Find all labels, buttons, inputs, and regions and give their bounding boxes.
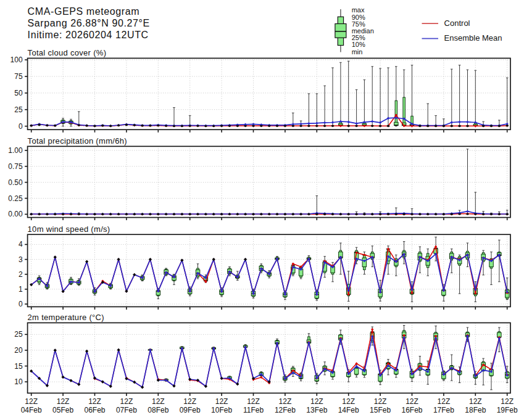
svg-text:12Z: 12Z — [438, 397, 451, 406]
svg-text:12Z: 12Z — [183, 397, 196, 406]
svg-text:median: median — [352, 27, 374, 35]
svg-text:12Z: 12Z — [120, 397, 133, 406]
svg-text:12Z: 12Z — [215, 397, 228, 406]
svg-text:19Feb: 19Feb — [497, 406, 518, 414]
svg-text:50: 50 — [14, 89, 23, 97]
svg-text:Ensemble Mean: Ensemble Mean — [444, 33, 502, 43]
svg-text:Total precipitation (mm/6h): Total precipitation (mm/6h) — [28, 136, 127, 146]
svg-text:10%: 10% — [352, 41, 365, 48]
svg-text:05Feb: 05Feb — [52, 406, 73, 414]
svg-text:0: 0 — [19, 122, 23, 131]
svg-text:10m wind speed (m/s): 10m wind speed (m/s) — [28, 224, 110, 234]
svg-text:18Feb: 18Feb — [465, 406, 486, 414]
svg-text:75%: 75% — [352, 20, 365, 28]
svg-text:Control: Control — [444, 19, 470, 28]
svg-text:16Feb: 16Feb — [401, 406, 422, 414]
svg-text:10Feb: 10Feb — [211, 406, 232, 414]
svg-text:20: 20 — [14, 346, 23, 355]
svg-text:2m temperature (°C): 2m temperature (°C) — [28, 313, 104, 322]
svg-text:12Z: 12Z — [405, 397, 418, 406]
svg-text:12Z: 12Z — [25, 397, 38, 406]
svg-text:25: 25 — [14, 330, 23, 339]
svg-text:Sarpang 26.88°N 90.27°E: Sarpang 26.88°N 90.27°E — [28, 18, 150, 28]
svg-text:12Z: 12Z — [247, 397, 260, 406]
svg-text:25%: 25% — [352, 34, 365, 41]
svg-text:12Z: 12Z — [88, 397, 101, 406]
svg-text:14Feb: 14Feb — [338, 406, 359, 414]
svg-text:08Feb: 08Feb — [148, 406, 168, 414]
svg-text:0.25: 0.25 — [8, 194, 23, 203]
svg-text:4: 4 — [19, 240, 23, 249]
svg-text:0.50: 0.50 — [8, 178, 23, 187]
svg-text:12Z: 12Z — [152, 397, 165, 406]
svg-text:07Feb: 07Feb — [116, 406, 137, 414]
svg-text:3: 3 — [19, 255, 23, 264]
svg-text:12Z: 12Z — [374, 397, 387, 406]
svg-text:17Feb: 17Feb — [433, 406, 454, 414]
svg-text:12Z: 12Z — [310, 397, 323, 406]
svg-text:2: 2 — [19, 270, 23, 279]
svg-text:15: 15 — [14, 362, 23, 371]
svg-text:04Feb: 04Feb — [21, 406, 42, 414]
svg-text:90%: 90% — [352, 14, 365, 21]
svg-text:13Feb: 13Feb — [306, 406, 327, 414]
svg-text:max: max — [352, 6, 365, 14]
svg-text:0.75: 0.75 — [8, 162, 23, 171]
svg-text:0.00: 0.00 — [8, 210, 23, 218]
svg-text:15Feb: 15Feb — [370, 406, 391, 414]
svg-text:12Z: 12Z — [57, 397, 70, 406]
svg-text:12Feb: 12Feb — [275, 406, 296, 414]
svg-text:11Feb: 11Feb — [243, 406, 264, 414]
svg-text:1: 1 — [19, 285, 23, 294]
svg-text:1.00: 1.00 — [8, 146, 23, 155]
svg-text:25: 25 — [14, 105, 23, 114]
svg-text:12Z: 12Z — [501, 397, 514, 406]
svg-text:10: 10 — [14, 377, 23, 386]
svg-text:CMA-GEPS meteogram: CMA-GEPS meteogram — [28, 6, 140, 17]
svg-text:min: min — [352, 48, 363, 56]
svg-text:Total cloud cover (%): Total cloud cover (%) — [28, 48, 107, 57]
svg-text:0: 0 — [19, 300, 23, 308]
svg-text:100: 100 — [10, 56, 23, 64]
svg-text:12Z: 12Z — [469, 397, 482, 406]
svg-text:06Feb: 06Feb — [84, 406, 105, 414]
svg-text:12Z: 12Z — [279, 397, 292, 406]
svg-text:Initime: 20260204 12UTC: Initime: 20260204 12UTC — [28, 30, 149, 40]
svg-text:12Z: 12Z — [342, 397, 355, 406]
svg-text:09Feb: 09Feb — [180, 406, 201, 414]
svg-text:75: 75 — [14, 72, 23, 81]
